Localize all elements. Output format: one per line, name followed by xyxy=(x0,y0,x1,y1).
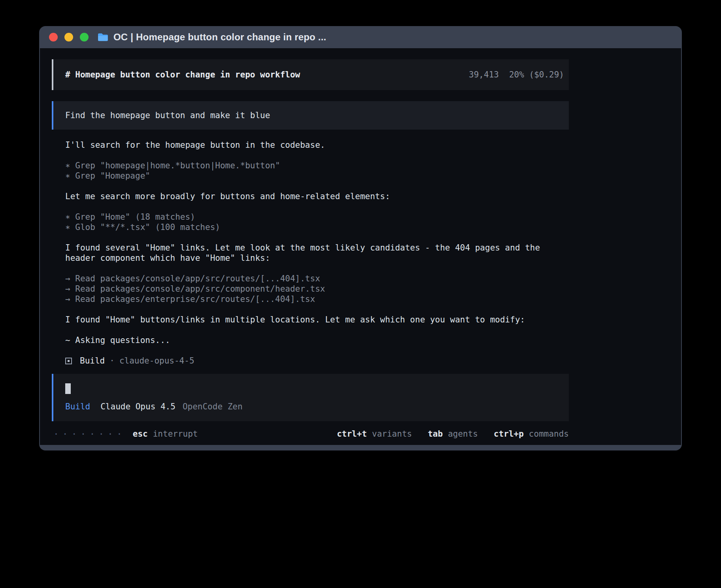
shortcut-key: ctrl+t xyxy=(337,429,367,439)
terminal-content: # Homepage button color change in repo w… xyxy=(40,48,681,445)
shortcut-key: ctrl+p xyxy=(494,429,524,439)
text-cursor xyxy=(65,383,71,394)
shortcut-variants: ctrl+t variants xyxy=(337,429,412,439)
tool-call-grep: ∗ Grep "homepage|home.*button|Home.*butt… xyxy=(65,160,555,171)
session-stats: 39,413 20% ($0.29) xyxy=(469,70,564,79)
context-usage: 20% ($0.29) xyxy=(509,70,564,79)
status-bar-left: ········ esc interrupt xyxy=(53,429,198,439)
shortcut-key: tab xyxy=(428,429,443,439)
tool-call-group: ∗ Grep "homepage|home.*button|Home.*butt… xyxy=(65,160,555,181)
status-bar: ········ esc interrupt ctrl+t variants t… xyxy=(52,427,569,441)
zoom-button[interactable] xyxy=(80,33,89,41)
esc-key-hint: esc xyxy=(133,429,148,439)
activity-status: ~ Asking questions... xyxy=(65,335,555,345)
shortcut-commands: ctrl+p commands xyxy=(494,429,569,439)
spinner-dots: ········ xyxy=(53,429,126,439)
tool-call-glob: ∗ Glob "**/*.tsx" (100 matches) xyxy=(65,222,555,232)
active-model: Claude Opus 4.5 xyxy=(100,402,176,411)
minimize-button[interactable] xyxy=(64,33,73,41)
agent-status-row: Build · claude-opus-4-5 xyxy=(65,356,569,366)
user-message: Find the homepage button and make it blu… xyxy=(52,101,569,130)
model-provider: OpenCode Zen xyxy=(183,402,243,411)
tool-call-read: → Read packages/console/app/src/routes/[… xyxy=(65,273,555,284)
tool-call-read: → Read packages/enterprise/src/routes/[.… xyxy=(65,294,555,304)
agent-mode[interactable]: Build xyxy=(65,402,90,411)
model-name: claude-opus-4-5 xyxy=(119,356,194,366)
shortcut-label: agents xyxy=(448,429,478,439)
window-title: OC | Homepage button color change in rep… xyxy=(113,32,326,43)
tool-call-grep: ∗ Grep "Homepage" xyxy=(65,171,555,181)
tool-call-group: ∗ Grep "Home" (18 matches) ∗ Glob "**/*.… xyxy=(65,212,555,232)
shortcut-label: variants xyxy=(372,429,412,439)
token-count: 39,413 xyxy=(469,70,499,79)
traffic-lights xyxy=(49,33,89,41)
shortcut-label: commands xyxy=(529,429,569,439)
window-titlebar: OC | Homepage button color change in rep… xyxy=(40,26,681,48)
terminal-window: OC | Homepage button color change in rep… xyxy=(39,26,682,450)
assistant-text: Let me search more broadly for buttons a… xyxy=(65,191,555,202)
tool-call-read: → Read packages/console/app/src/componen… xyxy=(65,284,555,294)
tool-call-grep: ∗ Grep "Home" (18 matches) xyxy=(65,212,555,222)
shortcut-agents: tab agents xyxy=(428,429,478,439)
folder-icon xyxy=(97,33,108,41)
input-status-row: Build Claude Opus 4.5 OpenCode Zen xyxy=(65,402,557,411)
status-bar-right: ctrl+t variants tab agents ctrl+p comman… xyxy=(337,429,569,439)
session-header: # Homepage button color change in repo w… xyxy=(52,59,569,90)
prompt-input[interactable]: Build Claude Opus 4.5 OpenCode Zen xyxy=(52,374,569,421)
assistant-text: I found several "Home" links. Let me loo… xyxy=(65,243,555,263)
close-button[interactable] xyxy=(49,33,58,41)
esc-key-label: interrupt xyxy=(153,429,198,439)
agent-icon xyxy=(65,358,72,364)
assistant-text: I'll search for the homepage button in t… xyxy=(65,140,555,150)
agent-name: Build xyxy=(80,356,105,366)
assistant-text: I found "Home" buttons/links in multiple… xyxy=(65,315,555,325)
user-message-text: Find the homepage button and make it blu… xyxy=(65,111,270,120)
tool-call-group: → Read packages/console/app/src/routes/[… xyxy=(65,273,555,304)
separator-dot: · xyxy=(109,356,115,366)
session-title: # Homepage button color change in repo w… xyxy=(65,70,300,79)
